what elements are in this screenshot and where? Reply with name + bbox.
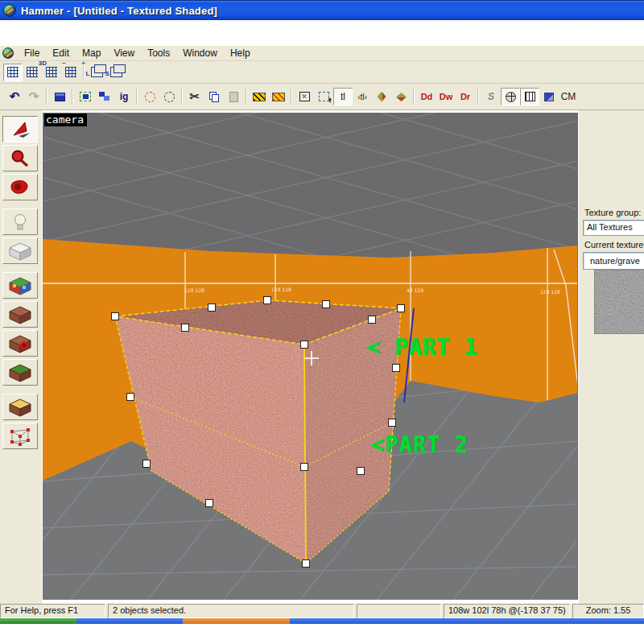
status-help: For Help, press F1	[0, 604, 105, 618]
texture-lock-button[interactable]: tl	[333, 88, 353, 105]
redo-button[interactable]: ↷	[24, 88, 43, 105]
apply-overlay-tool[interactable]	[2, 359, 38, 386]
texture-application-tool[interactable]	[2, 272, 38, 299]
flip-horizontal-button[interactable]	[391, 88, 411, 105]
hide-selected-button[interactable]	[140, 88, 159, 105]
annotation-part1: < PART 1	[367, 334, 478, 361]
dither-toggle-button[interactable]	[539, 88, 559, 105]
texture-group-select[interactable]: All Textures	[583, 220, 644, 236]
status-bar: For Help, press F1 2 objects selected. 1…	[0, 604, 644, 618]
show-all-icon	[164, 92, 175, 102]
cm-mode-button[interactable]: CM	[559, 88, 578, 105]
menu-help[interactable]: Help	[224, 47, 257, 60]
apply-texture-tool[interactable]	[2, 301, 38, 328]
apply-decals-tool[interactable]	[2, 330, 38, 357]
undo-button[interactable]: ↶	[5, 88, 24, 105]
status-dimensions: 108w 102l 78h @(-178 37 75)	[444, 604, 570, 618]
paste-button[interactable]	[224, 88, 243, 105]
texture-size-mark: 128 128	[184, 287, 204, 293]
run-dd-button[interactable]: Dd	[417, 88, 436, 105]
window-titlebar[interactable]: Hammer - [Untitled - Textured Shaded]	[0, 0, 644, 20]
toggle-grid-button[interactable]	[3, 64, 23, 81]
cut-button[interactable]: ✂	[185, 88, 204, 105]
ungroup-button[interactable]	[95, 88, 114, 105]
entity-tool[interactable]	[2, 208, 38, 235]
current-texture-select[interactable]: nature/grave	[583, 252, 644, 270]
texture-group-value: All Textures	[587, 222, 633, 232]
taskbar-window-button[interactable]	[183, 618, 290, 624]
screenshot-stage: Hammer - [Untitled - Textured Shaded] Fi…	[0, 0, 644, 644]
3d-viewport[interactable]: camera < PART 1 <PART 2 128 128 128 128 …	[43, 113, 578, 600]
flip-horizontal-icon	[396, 93, 407, 101]
selection-tool[interactable]	[2, 116, 38, 142]
magnifier-icon	[8, 149, 32, 168]
decal-cube-icon	[8, 334, 32, 353]
run-dw-button[interactable]: Dw	[436, 88, 456, 105]
globe-toggle-button[interactable]	[501, 88, 520, 105]
camera-view-label: camera	[44, 114, 87, 126]
load-window-state-button[interactable]: L	[87, 64, 106, 81]
paste-icon	[229, 92, 238, 102]
tool-palette	[0, 110, 42, 604]
dither-icon	[544, 93, 554, 101]
flip-vertical-button[interactable]	[372, 88, 391, 105]
copy-icon	[209, 92, 219, 102]
mdi-child-icon[interactable]	[2, 47, 14, 59]
menu-bar: File Edit Map View Tools Window Help	[0, 46, 644, 61]
block-tool[interactable]	[2, 237, 38, 264]
texture-group-label: Texture group:	[584, 208, 641, 217]
texture-preview-noise	[595, 270, 644, 334]
toolbar-separator	[83, 64, 85, 80]
menu-map[interactable]: Map	[76, 47, 107, 60]
select-through-button[interactable]	[250, 88, 269, 105]
run-dr-button[interactable]: Dr	[456, 88, 475, 105]
menu-window[interactable]: Window	[176, 47, 224, 60]
hatch-toggle-button[interactable]	[520, 88, 539, 105]
save-window-state-button[interactable]: S	[106, 64, 126, 81]
smaller-grid-button[interactable]: −	[42, 64, 61, 81]
status-empty	[357, 604, 441, 618]
dr-icon: Dr	[460, 92, 470, 101]
texture-preview[interactable]	[594, 270, 644, 334]
current-texture-value: nature/grave	[590, 256, 640, 266]
show-all-button[interactable]	[159, 88, 179, 105]
copy-button[interactable]	[204, 88, 224, 105]
ignore-groups-button[interactable]: ig	[114, 88, 134, 105]
scene-render	[43, 113, 578, 600]
vertex-tool[interactable]	[2, 423, 38, 449]
menu-tools[interactable]: Tools	[141, 47, 176, 60]
white-cube-icon	[8, 242, 32, 261]
texture-scale-lock-button[interactable]: ‹tl›	[353, 88, 372, 105]
larger-grid-button[interactable]: +	[61, 64, 80, 81]
camera-icon	[8, 178, 32, 197]
status-zoom: Zoom: 1.55	[572, 604, 644, 618]
cm-icon: CM	[561, 91, 576, 102]
current-texture-label: Current texture:	[584, 240, 644, 250]
group-button[interactable]	[76, 88, 95, 105]
status-selection: 2 objects selected.	[108, 604, 354, 618]
cascade-windows-icon: S	[110, 67, 122, 77]
clipping-tool[interactable]	[2, 394, 38, 420]
texture-panel: Texture group: All Textures Current text…	[578, 110, 644, 604]
carve-button[interactable]	[50, 88, 69, 105]
menu-file[interactable]: File	[18, 47, 46, 60]
auto-selection-button[interactable]	[269, 88, 288, 105]
main-toolbar: ↶ ↷ ig ✂ ✕ tl ‹tl› Dd Dw Dr S CM	[0, 84, 644, 110]
smooth-button[interactable]: S	[481, 88, 501, 105]
dd-icon: Dd	[421, 92, 433, 101]
texture-size-mark: 128 128	[540, 289, 560, 295]
menu-view[interactable]: View	[107, 47, 141, 60]
lightbulb-icon	[8, 213, 32, 232]
curve-icon: S	[488, 91, 494, 102]
camera-tool[interactable]	[2, 174, 38, 200]
menu-edit[interactable]: Edit	[46, 47, 76, 60]
ungroup-icon	[99, 92, 110, 101]
toggle-3d-grid-button[interactable]: 3D	[23, 64, 42, 81]
grid-toolbar: 3D − + L S	[0, 61, 644, 84]
marquee-select-button[interactable]	[314, 88, 333, 105]
start-button-edge[interactable]	[0, 618, 76, 624]
select-box-button[interactable]: ✕	[295, 88, 314, 105]
texture-lock-icon: tl	[341, 91, 345, 102]
cut-icon: ✂	[190, 89, 200, 104]
magnify-tool[interactable]	[2, 145, 38, 171]
